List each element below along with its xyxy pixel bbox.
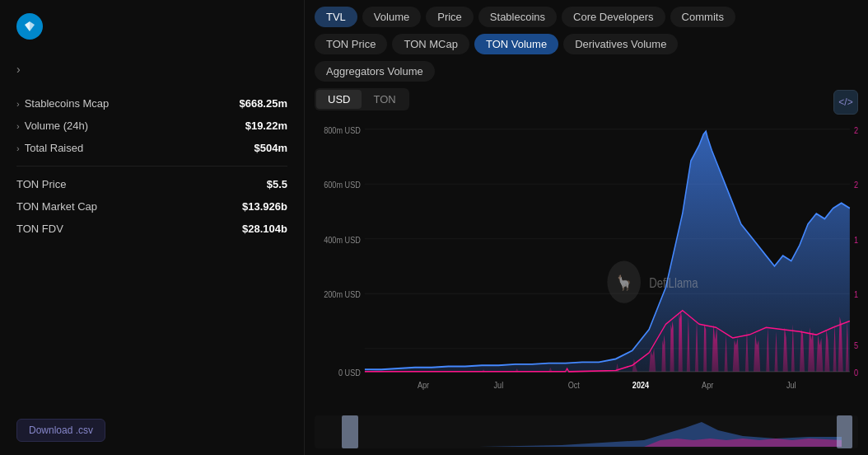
- tab-volume[interactable]: Volume: [362, 7, 421, 27]
- stat-row: ›Volume (24h)$19.22m: [16, 115, 287, 137]
- tab-core-developers[interactable]: Core Developers: [562, 7, 665, 27]
- stat-row: ›Stablecoins Mcap$668.25m: [16, 92, 287, 115]
- expand-chevron-icon[interactable]: ›: [16, 99, 20, 109]
- stat-row: ›Total Raised$504m: [16, 137, 287, 159]
- tab-row-2: TON PriceTON MCapTON VolumeDerivatives V…: [315, 34, 858, 54]
- currency-usd-button[interactable]: USD: [316, 90, 362, 109]
- svg-text:2b USD: 2b USD: [854, 180, 858, 190]
- stat-label: TON Market Cap: [16, 200, 97, 213]
- tab-stablecoins[interactable]: Stablecoins: [478, 7, 557, 27]
- chart-area: 800m USD 600m USD 400m USD 200m USD 0 US…: [315, 119, 858, 414]
- currency-toggle: USD TON: [315, 88, 409, 110]
- currency-ton-button[interactable]: TON: [362, 90, 407, 109]
- main-chart-svg: 800m USD 600m USD 400m USD 200m USD 0 US…: [315, 119, 858, 414]
- stat-value: $5.5: [267, 178, 287, 190]
- svg-text:🦙: 🦙: [617, 274, 632, 292]
- stat-row: TON FDV$28.104b: [16, 218, 287, 240]
- chart-controls-row: USD TON </>: [315, 88, 858, 115]
- stat-value: $19.22m: [245, 120, 287, 132]
- tvl-chevron-icon: ›: [16, 63, 21, 76]
- svg-text:Apr: Apr: [702, 380, 714, 390]
- left-panel: › ›Stablecoins Mcap$668.25m›Volume (24h)…: [0, 0, 305, 455]
- subtab-ton-price[interactable]: TON Price: [315, 34, 387, 54]
- minimap-handle-right[interactable]: [837, 415, 853, 448]
- expand-chevron-icon[interactable]: ›: [16, 121, 20, 131]
- svg-text:1.5b USD: 1.5b USD: [854, 235, 858, 245]
- stat-label: TON Price: [16, 178, 66, 190]
- stat-row: TON Market Cap$13.926b: [16, 195, 287, 218]
- svg-text:Oct: Oct: [568, 380, 580, 390]
- download-csv-button[interactable]: Download .csv: [16, 419, 105, 442]
- subtab-ton-mcap[interactable]: TON MCap: [392, 34, 469, 54]
- tab-commits[interactable]: Commits: [670, 7, 735, 27]
- stat-value: $668.25m: [239, 97, 287, 110]
- svg-text:DefiLlama: DefiLlama: [649, 274, 698, 290]
- minimap-handle-left[interactable]: [342, 415, 358, 448]
- stats-list: ›Stablecoins Mcap$668.25m›Volume (24h)$1…: [16, 92, 287, 240]
- stat-label: ›Stablecoins Mcap: [16, 97, 109, 110]
- minimap[interactable]: [315, 415, 858, 448]
- ton-logo-icon: [16, 13, 43, 40]
- svg-text:Jul: Jul: [494, 380, 504, 390]
- stat-value: $504m: [254, 142, 287, 154]
- svg-text:2.5b USD: 2.5b USD: [854, 125, 858, 135]
- subtab-aggregators-volume[interactable]: Aggregators Volume: [315, 61, 435, 82]
- embed-button[interactable]: </>: [833, 90, 858, 115]
- tab-row-1: TVLVolumePriceStablecoinsCore Developers…: [315, 7, 858, 27]
- subtab-derivatives-volume[interactable]: Derivatives Volume: [563, 34, 678, 54]
- stat-label: ›Total Raised: [16, 142, 83, 154]
- logo-row: [16, 13, 287, 40]
- svg-text:2024: 2024: [632, 380, 650, 390]
- subtab-ton-volume[interactable]: TON Volume: [474, 34, 558, 54]
- tab-price[interactable]: Price: [426, 7, 474, 27]
- svg-text:800m USD: 800m USD: [324, 125, 361, 135]
- svg-text:Apr: Apr: [418, 380, 430, 390]
- svg-text:600m USD: 600m USD: [324, 180, 361, 190]
- svg-text:200m USD: 200m USD: [324, 289, 361, 299]
- tab-row-3: Aggregators Volume: [315, 61, 858, 82]
- expand-chevron-icon[interactable]: ›: [16, 143, 20, 153]
- tab-tvl[interactable]: TVL: [315, 7, 357, 27]
- svg-text:1b USD: 1b USD: [854, 289, 858, 299]
- svg-text:0 USD: 0 USD: [854, 368, 858, 378]
- right-panel: TVLVolumePriceStablecoinsCore Developers…: [305, 0, 868, 455]
- stats-divider: [16, 166, 287, 167]
- minimap-svg: [315, 415, 858, 448]
- svg-text:400m USD: 400m USD: [324, 235, 361, 245]
- svg-text:Jul: Jul: [786, 380, 796, 390]
- tvl-value-row: ›: [16, 63, 287, 76]
- stat-value: $28.104b: [242, 223, 287, 235]
- stat-label: ›Volume (24h): [16, 120, 88, 132]
- stat-value: $13.926b: [242, 200, 287, 213]
- svg-text:500m USD: 500m USD: [854, 340, 858, 350]
- svg-text:0 USD: 0 USD: [338, 368, 361, 378]
- stat-label: TON FDV: [16, 223, 63, 235]
- stat-row: TON Price$5.5: [16, 173, 287, 195]
